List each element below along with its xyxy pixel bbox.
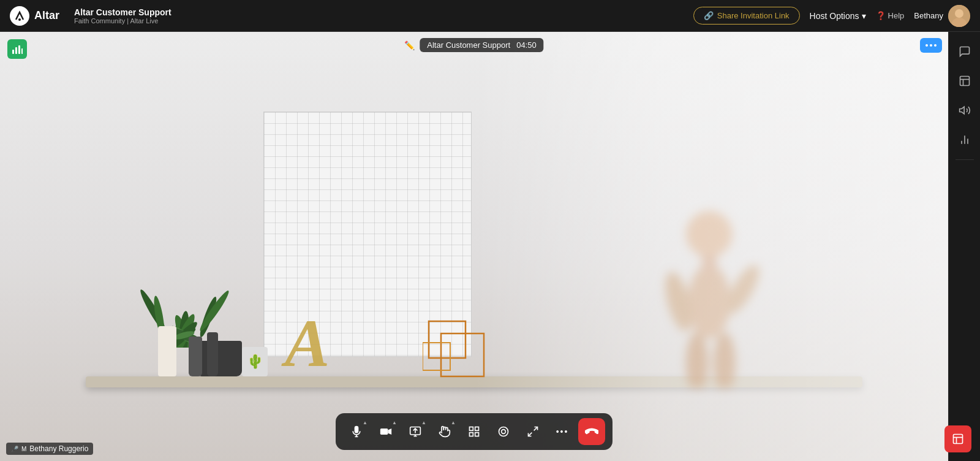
svg-rect-43 [470, 433, 473, 436]
logo-icon [10, 6, 29, 26]
geo-frames [423, 315, 490, 383]
svg-rect-30 [15, 47, 17, 54]
svg-rect-32 [21, 48, 23, 54]
svg-point-45 [499, 427, 508, 436]
layout-button[interactable] [944, 425, 971, 452]
nav-right-controls: 🔗 Share Invitation Link Host Options ▾ ❓… [693, 5, 970, 27]
svg-rect-41 [470, 427, 473, 431]
cactus: 🌵 [242, 347, 268, 376]
svg-point-0 [18, 18, 21, 21]
dot-1 [925, 44, 928, 47]
svg-rect-49 [960, 77, 969, 86]
camera-button[interactable]: ▲ [372, 418, 399, 445]
more-options-toolbar-button[interactable]: ••• [549, 418, 576, 445]
mannequin [654, 179, 764, 387]
dot-2 [930, 44, 932, 47]
avatar [948, 5, 970, 27]
nav-title-group: Altar Customer Support Faith Community |… [74, 7, 693, 25]
video-area: A [0, 32, 948, 461]
effects-button[interactable] [490, 418, 517, 445]
plant-leaves [116, 225, 251, 348]
svg-rect-56 [954, 435, 963, 444]
link-icon: 🔗 [704, 11, 714, 20]
camera-up-arrow: ▲ [392, 420, 397, 425]
svg-rect-42 [475, 427, 479, 431]
host-options-button[interactable]: Host Options ▾ [810, 11, 866, 21]
top-navigation: Altar Altar Customer Support Faith Commu… [0, 0, 980, 32]
chat-sidebar-button[interactable] [952, 39, 977, 64]
vase-2 [207, 332, 218, 376]
app-logo[interactable]: Altar [10, 6, 59, 26]
room-label-area: ✏️ Altar Customer Support 04:50 [404, 38, 543, 52]
svg-rect-29 [12, 50, 14, 54]
stats-sidebar-button[interactable] [952, 128, 977, 152]
svg-rect-24 [702, 256, 717, 271]
svg-point-23 [686, 211, 733, 257]
help-button[interactable]: ❓ Help [876, 11, 905, 20]
user-avatar-button[interactable]: Bethany [914, 5, 970, 27]
more-options-button[interactable] [920, 38, 942, 53]
ellipsis-icon: ••• [556, 427, 569, 436]
svg-rect-44 [475, 433, 479, 436]
svg-rect-21 [423, 343, 450, 370]
mic-up-arrow: ▲ [363, 420, 368, 425]
svg-line-48 [529, 433, 532, 436]
participant-label-area: 🎤 M Bethany Ruggerio [6, 443, 93, 455]
nav-sub-title: Faith Community | Altar Live [74, 17, 693, 25]
chat-icon-small: M [21, 446, 26, 452]
mic-off-icon: 🎤 [11, 446, 18, 452]
svg-line-47 [534, 427, 538, 431]
end-call-button[interactable] [578, 418, 605, 445]
svg-point-18 [197, 289, 232, 333]
share-up-arrow: ▲ [421, 420, 426, 425]
participant-name-badge: 🎤 M Bethany Ruggerio [6, 443, 93, 455]
svg-point-22 [688, 265, 731, 338]
video-feed: A [0, 32, 948, 461]
grid-view-button[interactable] [461, 418, 488, 445]
edit-icon[interactable]: ✏️ [404, 40, 415, 50]
share-invitation-button[interactable]: 🔗 Share Invitation Link [693, 7, 800, 25]
svg-rect-35 [380, 429, 388, 435]
svg-rect-31 [18, 45, 20, 54]
main-area: A [0, 32, 980, 461]
dot-3 [934, 44, 937, 47]
sidebar-divider [956, 159, 974, 160]
svg-point-2 [955, 9, 963, 18]
participants-sidebar-button[interactable] [952, 69, 977, 93]
fullscreen-button[interactable] [519, 418, 546, 445]
stats-icon-button[interactable] [7, 39, 27, 59]
svg-point-46 [502, 430, 506, 434]
room-name-badge: Altar Customer Support 04:50 [420, 38, 543, 52]
announce-sidebar-button[interactable] [952, 98, 977, 123]
candle [158, 326, 176, 376]
vase-1 [189, 337, 202, 376]
svg-marker-36 [388, 429, 391, 435]
nav-main-title: Altar Customer Support [74, 7, 693, 17]
chevron-down-icon: ▾ [862, 11, 866, 21]
svg-rect-20 [429, 321, 466, 358]
screen-share-button[interactable]: ▲ [402, 418, 429, 445]
letter-a-decor: A [285, 305, 330, 383]
help-circle-icon: ❓ [876, 11, 886, 20]
meeting-toolbar: ▲ ▲ [336, 413, 612, 450]
svg-marker-52 [959, 107, 964, 114]
microphone-button[interactable]: ▲ [343, 418, 370, 445]
reactions-button[interactable]: ▲ [431, 418, 458, 445]
react-up-arrow: ▲ [451, 420, 456, 425]
right-sidebar [948, 32, 980, 461]
svg-point-28 [714, 332, 736, 387]
svg-point-27 [686, 332, 708, 387]
